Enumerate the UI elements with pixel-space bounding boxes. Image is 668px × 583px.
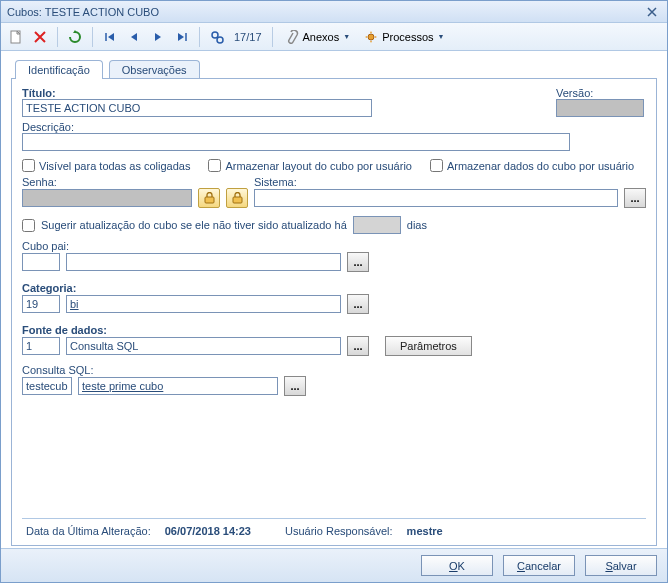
categoria-browse-button[interactable]: ... (347, 294, 369, 314)
search-button[interactable] (206, 26, 228, 48)
parametros-button[interactable]: Parâmetros (385, 336, 472, 356)
cubopai-code-input[interactable] (22, 253, 60, 271)
senha-lock-button-1[interactable] (198, 188, 220, 208)
senha-input[interactable] (22, 189, 192, 207)
categoria-label: Categoria: (22, 282, 646, 294)
close-button[interactable] (643, 4, 661, 20)
lock-icon (204, 192, 215, 204)
chevron-down-icon: ▼ (438, 33, 445, 40)
new-button[interactable] (5, 26, 27, 48)
armazenar-layout-checkbox[interactable] (208, 159, 221, 172)
titulo-label: Título: (22, 87, 550, 99)
lock-icon (232, 192, 243, 204)
sistema-label: Sistema: (254, 176, 646, 188)
visivel-checkbox[interactable] (22, 159, 35, 172)
consulta-code-input[interactable] (22, 377, 72, 395)
nav-prev-button[interactable] (123, 26, 145, 48)
separator (92, 27, 93, 47)
sistema-input[interactable] (254, 189, 618, 207)
cubopai-name-input[interactable] (66, 253, 341, 271)
senha-label: Senha: (22, 176, 248, 188)
gear-icon (364, 30, 378, 44)
ok-button[interactable]: OK (421, 555, 493, 576)
usuario-resp-value: mestre (407, 525, 443, 537)
nav-first-button[interactable] (99, 26, 121, 48)
svg-point-1 (212, 32, 218, 38)
delete-button[interactable] (29, 26, 51, 48)
tab-identificacao[interactable]: Identificação (15, 60, 103, 79)
window: Cubos: TESTE ACTION CUBO (0, 0, 668, 583)
salvar-button[interactable]: Salvar (585, 555, 657, 576)
categoria-code-input[interactable] (22, 295, 60, 313)
nav-last-button[interactable] (171, 26, 193, 48)
visivel-label: Visível para todas as coligadas (39, 160, 190, 172)
cubopai-label: Cubo pai: (22, 240, 646, 252)
processos-label: Processos (382, 31, 433, 43)
svg-rect-4 (205, 197, 214, 203)
separator (272, 27, 273, 47)
processos-menu[interactable]: Processos ▼ (358, 26, 450, 48)
sugerir-checkbox[interactable] (22, 219, 35, 232)
versao-input (556, 99, 644, 117)
armazenar-layout-label: Armazenar layout do cubo por usuário (225, 160, 412, 172)
titulo-input[interactable] (22, 99, 372, 117)
versao-label: Versão: (556, 87, 646, 99)
consulta-label: Consulta SQL: (22, 364, 646, 376)
titlebar: Cubos: TESTE ACTION CUBO (1, 1, 667, 23)
anexos-menu[interactable]: Anexos ▼ (279, 26, 357, 48)
fonte-browse-button[interactable]: ... (347, 336, 369, 356)
sugerir-dias-input[interactable] (353, 216, 401, 234)
nav-next-button[interactable] (147, 26, 169, 48)
dias-label: dias (407, 219, 427, 231)
data-alteracao-label: Data da Última Alteração: (26, 525, 151, 537)
consulta-browse-button[interactable]: ... (284, 376, 306, 396)
tab-panel: Título: Versão: Descrição: Visível para … (11, 78, 657, 546)
body-area: Identificação Observações Título: Versão… (1, 51, 667, 548)
armazenar-dados-wrap: Armazenar dados do cubo por usuário (430, 159, 634, 172)
usuario-resp-label: Usuário Responsável: (285, 525, 393, 537)
record-counter: 17/17 (230, 31, 266, 43)
tab-observacoes[interactable]: Observações (109, 60, 200, 79)
consulta-name-input[interactable] (78, 377, 278, 395)
descricao-label: Descrição: (22, 121, 646, 133)
separator (57, 27, 58, 47)
tabs: Identificação Observações (15, 59, 657, 78)
ok-rest: K (458, 560, 465, 572)
visivel-checkbox-wrap: Visível para todas as coligadas (22, 159, 190, 172)
anexos-label: Anexos (303, 31, 340, 43)
footer-buttons: OK Cancelar Salvar (1, 548, 667, 582)
fonte-name-input[interactable] (66, 337, 341, 355)
descricao-input[interactable] (22, 133, 570, 151)
window-title: Cubos: TESTE ACTION CUBO (7, 6, 159, 18)
attachment-icon (285, 30, 299, 44)
data-alteracao-value: 06/07/2018 14:23 (165, 525, 251, 537)
svg-rect-5 (233, 197, 242, 203)
svg-point-2 (217, 37, 223, 43)
senha-lock-button-2[interactable] (226, 188, 248, 208)
armazenar-dados-label: Armazenar dados do cubo por usuário (447, 160, 634, 172)
toolbar: 17/17 Anexos ▼ Processos ▼ (1, 23, 667, 51)
fonte-label: Fonte de dados: (22, 324, 646, 336)
categoria-name-input[interactable] (66, 295, 341, 313)
armazenar-layout-wrap: Armazenar layout do cubo por usuário (208, 159, 412, 172)
sistema-browse-button[interactable]: ... (624, 188, 646, 208)
separator (199, 27, 200, 47)
sugerir-label: Sugerir atualização do cubo se ele não t… (41, 219, 347, 231)
cancelar-button[interactable]: Cancelar (503, 555, 575, 576)
svg-point-3 (368, 34, 374, 40)
refresh-button[interactable] (64, 26, 86, 48)
fonte-code-input[interactable] (22, 337, 60, 355)
armazenar-dados-checkbox[interactable] (430, 159, 443, 172)
cubopai-browse-button[interactable]: ... (347, 252, 369, 272)
chevron-down-icon: ▼ (343, 33, 350, 40)
